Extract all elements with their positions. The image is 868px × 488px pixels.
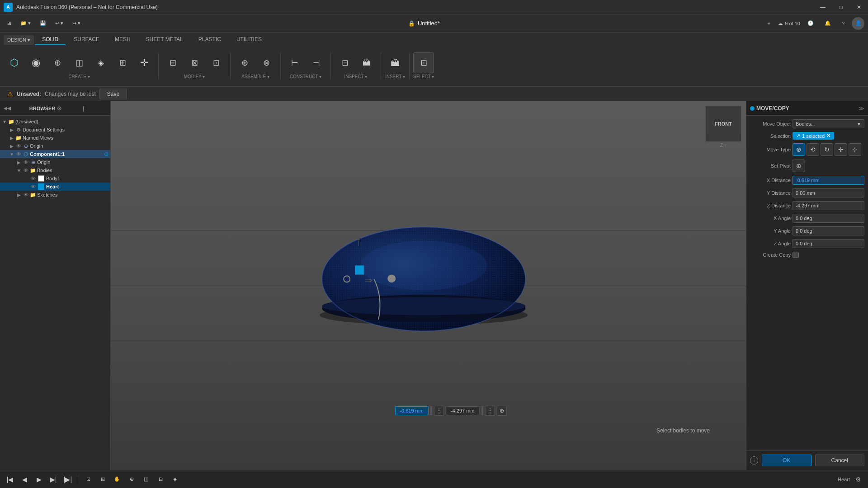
viewport[interactable]: ↑ ⇒ -0.619 mm ⋮ -4.297 mm ⋮ (111, 101, 746, 470)
x-distance-input[interactable] (793, 176, 864, 185)
settings-button[interactable]: ⚙ (852, 473, 864, 486)
help-button[interactable]: ? (838, 19, 848, 28)
tab-mesh[interactable]: MESH (108, 34, 138, 45)
timeline-btn6[interactable]: ⊟ (154, 473, 167, 486)
eye-icon-bodies[interactable]: 👁 (23, 167, 29, 174)
selection-clear-button[interactable]: ✕ (826, 133, 830, 139)
tab-plastic[interactable]: PLASTIC (191, 34, 228, 45)
maximize-button[interactable]: □ (832, 0, 850, 14)
eye-icon-origin[interactable]: 👁 (15, 143, 22, 149)
cancel-button[interactable]: Cancel (815, 455, 865, 466)
browser-more-button[interactable]: | (83, 105, 107, 112)
tab-surface[interactable]: SURFACE (66, 34, 107, 45)
eye-icon-heart[interactable]: 👁 (30, 183, 36, 190)
clock-button[interactable]: 🕐 (804, 19, 817, 28)
move-type-rotate[interactable]: ↻ (821, 143, 833, 156)
playback-play-button[interactable]: ▶ (33, 473, 45, 486)
z-distance-display[interactable]: -4.297 mm (446, 406, 480, 415)
set-pivot-button[interactable]: ⊕ (793, 160, 805, 172)
construct-btn1[interactable]: ⊢ (284, 52, 305, 73)
move-type-face[interactable]: ⊹ (849, 143, 861, 156)
modify-btn3[interactable]: ⊡ (206, 52, 226, 73)
eye-icon-body1[interactable]: 👁 (30, 175, 36, 182)
tree-item-doc-settings[interactable]: ▶ ⚙ Document Settings (0, 126, 110, 134)
timeline-btn5[interactable]: ◫ (140, 473, 152, 486)
x-angle-input[interactable] (793, 214, 864, 223)
eye-icon-component1[interactable]: 👁 (15, 151, 22, 157)
y-distance-input[interactable] (793, 188, 864, 197)
dim-options-btn[interactable]: ⋮ (434, 406, 444, 416)
eye-icon-sketches[interactable]: 👁 (23, 192, 29, 198)
design-dropdown[interactable]: DESIGN ▾ (4, 35, 34, 45)
dim-options-btn2[interactable]: ⋮ (485, 406, 495, 416)
minimize-button[interactable]: — (814, 0, 832, 14)
eye-icon-origin2[interactable]: 👁 (23, 159, 29, 165)
tree-item-heart[interactable]: ▶ 👁 Heart (0, 183, 110, 191)
redo-button[interactable]: ↪ ▾ (69, 19, 84, 28)
playback-next-button[interactable]: ▶| (47, 473, 60, 486)
tree-item-named-views[interactable]: ▶ 📁 Named Views (0, 134, 110, 142)
tree-item-origin[interactable]: ▶ 👁 ⊕ Origin (0, 142, 110, 150)
timeline-btn1[interactable]: ⊡ (82, 473, 94, 486)
z-distance-input[interactable] (793, 201, 864, 210)
notification-button[interactable]: 🔔 (821, 19, 835, 28)
dim-pivot-btn[interactable]: ⊕ (497, 406, 507, 416)
assemble-btn1[interactable]: ⊕ (234, 52, 255, 73)
tab-sheet-metal[interactable]: SHEET METAL (139, 34, 190, 45)
insert-btn1[interactable]: 🏔 (385, 52, 406, 73)
select-btn[interactable]: ⊡ (413, 52, 434, 73)
ok-button[interactable]: OK (762, 455, 811, 466)
loft-btn[interactable]: ◈ (90, 52, 111, 73)
x-distance-display[interactable]: -0.619 mm (395, 406, 429, 415)
create-copy-checkbox[interactable] (793, 252, 799, 258)
browser-pin-button[interactable]: ⊙ (57, 105, 81, 112)
app-menu-button[interactable]: ⊞ (4, 19, 15, 28)
tab-utilities[interactable]: UTILITIES (229, 34, 269, 45)
inspect-btn1[interactable]: ⊟ (335, 52, 355, 73)
view-cube-face-front[interactable]: FRONT (705, 106, 741, 142)
tree-item-component1[interactable]: ▼ 👁 ⬡ Component1:1 ⊙ (0, 150, 110, 158)
extrude-btn[interactable]: ⊕ (47, 52, 68, 73)
save-button[interactable]: 💾 (36, 19, 50, 28)
playback-start-button[interactable]: |◀ (4, 473, 16, 486)
tree-item-origin2[interactable]: ▶ 👁 ⊕ Origin (0, 158, 110, 166)
create-sketch-btn[interactable]: ⬡ (4, 52, 24, 73)
z-angle-input[interactable] (793, 239, 864, 248)
info-icon[interactable]: i (750, 456, 758, 465)
move-object-dropdown[interactable]: Bodies... ▼ (793, 119, 864, 128)
move-handle-square[interactable] (355, 266, 364, 275)
move-type-point[interactable]: ✛ (835, 143, 847, 156)
timeline-btn4[interactable]: ⊕ (125, 473, 138, 486)
panel-expand-arrow[interactable]: ≫ (859, 105, 864, 112)
tree-item-body1[interactable]: ▶ 👁 Body1 (0, 174, 110, 183)
mirror-btn[interactable]: ⊞ (112, 52, 133, 73)
construct-btn2[interactable]: ⊣ (306, 52, 327, 73)
timeline-btn2[interactable]: ⊞ (96, 473, 109, 486)
tree-item-root[interactable]: ▼ 📁 (Unsaved) (0, 117, 110, 126)
move-type-free[interactable]: ⊕ (793, 143, 805, 156)
modify-btn1[interactable]: ⊟ (162, 52, 183, 73)
add-button[interactable]: + (764, 19, 774, 28)
view-cube[interactable]: FRONT Z ↑ (705, 106, 741, 148)
browser-collapse-icon[interactable]: ◀◀ (4, 106, 28, 111)
y-angle-input[interactable] (793, 226, 864, 235)
move-btn[interactable]: ✛ (134, 52, 155, 73)
modify-btn2[interactable]: ⊠ (184, 52, 205, 73)
inspect-btn2[interactable]: 🏔 (356, 52, 377, 73)
move-type-along[interactable]: ⟲ (807, 143, 819, 156)
close-button[interactable]: ✕ (850, 0, 868, 14)
save-changes-button[interactable]: Save (99, 89, 127, 99)
timeline-btn7[interactable]: ◈ (169, 473, 181, 486)
move-handle-circle[interactable] (343, 276, 350, 283)
undo-button[interactable]: ↩ ▾ (52, 19, 67, 28)
playback-end-button[interactable]: |▶| (61, 473, 74, 486)
heart-3d-object[interactable]: ↑ ⇒ (302, 207, 546, 335)
tree-item-sketches[interactable]: ▶ 👁 📁 Sketches (0, 191, 110, 199)
revolve-btn[interactable]: ◫ (69, 52, 90, 73)
user-button[interactable]: 👤 (852, 17, 864, 30)
tree-item-bodies[interactable]: ▼ 👁 📁 Bodies (0, 166, 110, 174)
tab-solid[interactable]: SOLID (35, 34, 66, 45)
timeline-btn3[interactable]: ✋ (111, 473, 123, 486)
file-button[interactable]: 📁 ▾ (17, 19, 34, 28)
playback-prev-button[interactable]: ◀ (18, 473, 31, 486)
